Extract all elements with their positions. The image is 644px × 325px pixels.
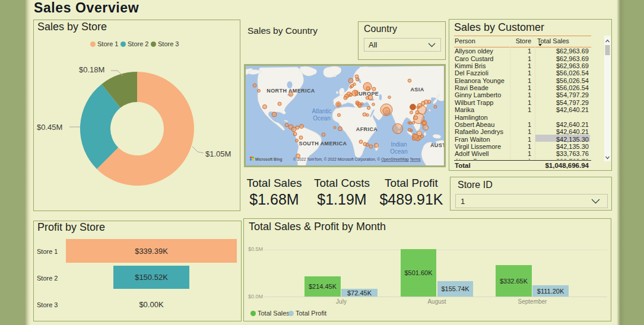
svg-text:Microsoft Bing: Microsoft Bing <box>255 157 283 162</box>
svg-text:Ocean: Ocean <box>390 148 407 155</box>
svg-text:Atlantic: Atlantic <box>312 108 332 114</box>
svg-text:SOUTH AMERICA: SOUTH AMERICA <box>299 141 347 146</box>
svg-text:EUROPE: EUROPE <box>355 91 379 97</box>
svg-text:Indian: Indian <box>391 141 407 148</box>
svg-text:© 2022 TomTom, © 2022 Microsof: © 2022 TomTom, © 2022 Microsoft Corporat… <box>293 157 421 162</box>
svg-text:AUST: AUST <box>430 142 444 148</box>
svg-text:Ocean: Ocean <box>313 115 330 122</box>
svg-text:ASIA: ASIA <box>410 87 424 93</box>
svg-text:AFRICA: AFRICA <box>356 126 377 132</box>
